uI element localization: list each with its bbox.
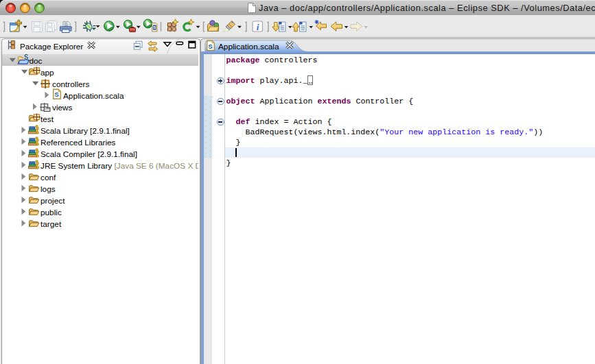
svg-text:S: S xyxy=(24,53,29,61)
svg-text:S: S xyxy=(153,25,156,29)
svg-text:i: i xyxy=(257,22,259,32)
